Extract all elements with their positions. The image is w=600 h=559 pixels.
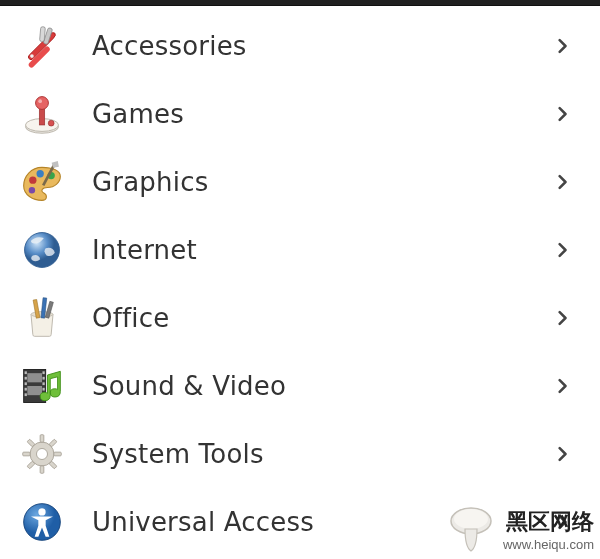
- svg-rect-27: [25, 393, 27, 396]
- svg-rect-28: [42, 371, 44, 374]
- svg-rect-41: [49, 461, 57, 469]
- svg-point-8: [38, 99, 42, 103]
- svg-rect-34: [40, 435, 44, 442]
- palette-icon: [18, 158, 66, 206]
- svg-rect-21: [27, 373, 42, 382]
- menu-item-office[interactable]: Office: [0, 284, 600, 352]
- svg-rect-31: [42, 388, 44, 391]
- svg-rect-25: [25, 382, 27, 385]
- film-note-icon: [18, 362, 66, 410]
- svg-point-1: [30, 54, 34, 58]
- svg-rect-37: [54, 452, 61, 456]
- chevron-right-icon: [554, 37, 572, 55]
- chevron-right-icon: [554, 105, 572, 123]
- watermark-title: 黑区网络: [503, 507, 594, 537]
- svg-rect-26: [25, 388, 27, 391]
- chevron-right-icon: [554, 241, 572, 259]
- svg-point-7: [36, 97, 49, 110]
- menu-label: Sound & Video: [92, 371, 554, 401]
- applications-menu: Accessories Games: [0, 6, 600, 556]
- svg-rect-30: [42, 382, 44, 385]
- joystick-icon: [18, 90, 66, 138]
- menu-label: Accessories: [92, 31, 554, 61]
- menu-label: Games: [92, 99, 554, 129]
- svg-rect-38: [49, 439, 57, 447]
- swiss-army-knife-icon: [18, 22, 66, 70]
- svg-point-10: [29, 177, 36, 184]
- svg-rect-24: [25, 377, 27, 380]
- watermark: 黑区网络 www.heiqu.com: [445, 503, 594, 555]
- svg-rect-36: [23, 452, 30, 456]
- menu-item-system-tools[interactable]: System Tools: [0, 420, 600, 488]
- chevron-right-icon: [554, 173, 572, 191]
- mushroom-logo-icon: [445, 503, 497, 555]
- svg-point-9: [48, 120, 54, 126]
- chevron-right-icon: [554, 377, 572, 395]
- gear-icon: [18, 430, 66, 478]
- svg-rect-3: [40, 27, 46, 42]
- svg-rect-39: [27, 461, 35, 469]
- menu-label: Graphics: [92, 167, 554, 197]
- svg-point-42: [37, 449, 48, 460]
- chevron-right-icon: [554, 309, 572, 327]
- watermark-url: www.heiqu.com: [503, 537, 594, 552]
- chevron-right-icon: [554, 445, 572, 463]
- menu-label: System Tools: [92, 439, 554, 469]
- svg-point-46: [454, 509, 488, 529]
- svg-rect-35: [40, 466, 44, 473]
- svg-rect-23: [25, 371, 27, 374]
- svg-rect-40: [27, 439, 35, 447]
- globe-icon: [18, 226, 66, 274]
- menu-item-internet[interactable]: Internet: [0, 216, 600, 284]
- menu-item-sound-video[interactable]: Sound & Video: [0, 352, 600, 420]
- svg-point-44: [38, 508, 45, 515]
- svg-point-11: [37, 170, 44, 177]
- accessibility-icon: [18, 498, 66, 546]
- svg-point-13: [29, 187, 35, 193]
- menu-item-games[interactable]: Games: [0, 80, 600, 148]
- svg-rect-29: [42, 377, 44, 380]
- menu-label: Internet: [92, 235, 554, 265]
- menu-label: Office: [92, 303, 554, 333]
- svg-rect-22: [27, 386, 42, 395]
- pen-holder-icon: [18, 294, 66, 342]
- watermark-text: 黑区网络 www.heiqu.com: [503, 507, 594, 552]
- menu-item-graphics[interactable]: Graphics: [0, 148, 600, 216]
- menu-item-accessories[interactable]: Accessories: [0, 12, 600, 80]
